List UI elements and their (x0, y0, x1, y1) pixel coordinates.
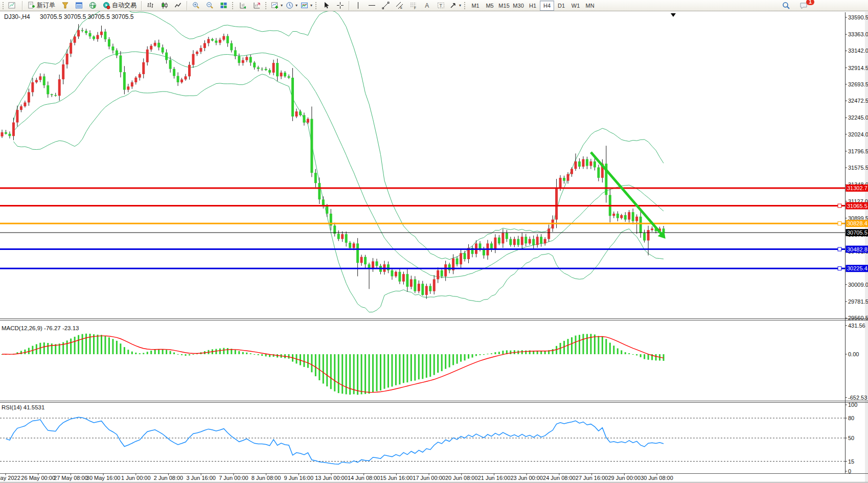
trendline-tool-button[interactable] (379, 0, 393, 11)
line-chart-mode-button[interactable] (171, 0, 185, 11)
hline-handle[interactable] (838, 222, 841, 225)
macd-histogram-bar (254, 354, 255, 355)
toolbar-right-icons: 1 (779, 1, 811, 11)
timeframe-button-m5[interactable]: M5 (483, 1, 497, 11)
candle-body (288, 76, 290, 78)
zoom-in-icon (192, 2, 200, 9)
candle-body (456, 259, 459, 265)
candle-body (349, 243, 351, 248)
candle-body (620, 215, 623, 218)
candle-body (74, 36, 76, 42)
search-button[interactable] (779, 1, 793, 11)
candle-body (395, 272, 397, 277)
macd-histogram-bar (429, 354, 431, 377)
trend-arrow-line[interactable] (591, 152, 662, 235)
macd-histogram-bar (330, 354, 332, 389)
top-toolbar: 新订单 自动交易 ▾ ▾ (0, 0, 868, 11)
navigator-button[interactable] (86, 0, 100, 11)
zoom-in-button[interactable] (189, 0, 203, 11)
timeframe-button-m30[interactable]: M30 (511, 1, 526, 11)
candle-body (265, 69, 267, 70)
zoom-out-button[interactable] (203, 0, 217, 11)
timeframe-button-mn[interactable]: MN (583, 1, 597, 11)
chat-button[interactable]: 1 (797, 1, 811, 11)
macd-histogram-bar (369, 354, 370, 394)
new-order-button[interactable]: 新订单 (25, 0, 58, 11)
channel-tool-button[interactable]: E (393, 0, 406, 11)
timeframe-button-d1[interactable]: D1 (554, 1, 568, 11)
macd-histogram-bar (449, 354, 450, 367)
macd-histogram-bar (460, 354, 462, 362)
cursor-tool-button[interactable] (319, 0, 333, 11)
candlestick-mode-button[interactable] (157, 0, 171, 11)
candle-body (192, 54, 195, 65)
candle-body (245, 57, 248, 60)
candle-body (547, 228, 550, 239)
date-label: 7 Jun 00:00 (219, 475, 248, 481)
crosshair-tool-button[interactable] (333, 0, 347, 11)
vertical-line-tool-button[interactable] (351, 0, 365, 11)
candle-body (544, 239, 546, 244)
toolbar-grip[interactable] (232, 2, 235, 9)
candle-body (529, 239, 531, 244)
macd-histogram-bar (223, 348, 224, 354)
candle-body (307, 119, 309, 123)
timeframe-button-h1[interactable]: H1 (526, 1, 540, 11)
macd-histogram-bar (258, 354, 259, 355)
price-tick-label: 32914.5 (848, 65, 868, 71)
macd-histogram-bar (108, 337, 110, 354)
bar-chart-mode-button[interactable] (144, 0, 157, 11)
macd-histogram-bar (127, 350, 129, 354)
auto-scroll-button[interactable] (236, 0, 250, 11)
candle-body (310, 119, 313, 173)
separator (187, 1, 188, 10)
label-tool-button[interactable]: T (434, 0, 448, 11)
market-watch-button[interactable] (58, 0, 72, 11)
chart-shift-marker (671, 13, 676, 17)
hline-handle[interactable] (838, 267, 841, 270)
chart-shift-button[interactable] (250, 0, 264, 11)
date-label: 21 Jun 16:00 (478, 475, 511, 481)
candle-body (597, 167, 600, 177)
hline-handle[interactable] (838, 247, 841, 251)
timeframe-button-m1[interactable]: M1 (468, 1, 483, 11)
candle-body (97, 35, 99, 39)
macd-histogram-bar (410, 354, 412, 381)
toolbar-grip[interactable] (464, 2, 467, 9)
toolbar-grip[interactable] (315, 2, 318, 9)
timeframe-button-h4[interactable]: H4 (540, 1, 554, 11)
periods-button[interactable]: ▾ (284, 0, 299, 11)
toolbar-grip[interactable] (265, 2, 268, 9)
indicators-button[interactable]: ▾ (269, 0, 284, 11)
macd-histogram-bar (185, 354, 187, 356)
candle-body (249, 57, 252, 62)
hline-handle[interactable] (838, 204, 841, 208)
horizontal-line-tool-button[interactable] (365, 0, 379, 11)
chart-canvas[interactable]: 33590.533363.033142.032914.532693.532472… (0, 0, 868, 483)
arrows-tool-button[interactable]: ▾ (448, 0, 463, 11)
toolbar-grip[interactable] (3, 2, 5, 9)
rsi-pane (0, 417, 845, 464)
macd-histogram-bar (594, 334, 596, 354)
tile-windows-button[interactable] (217, 0, 231, 11)
data-window-button[interactable] (72, 0, 86, 11)
clipped-chart-icon[interactable] (7, 0, 20, 11)
macd-histogram-bar (28, 348, 30, 354)
current-price-label: 30705.5 (847, 229, 867, 236)
timeframe-button-w1[interactable]: W1 (568, 1, 583, 11)
fibonacci-tool-button[interactable]: F (406, 0, 420, 11)
candle-body (517, 239, 519, 245)
level-price-label: 30828.4 (847, 220, 867, 226)
candle-body (635, 217, 638, 221)
candle-body (139, 74, 141, 78)
price-tick-label: 33363.0 (848, 31, 868, 37)
candle-body (398, 272, 401, 282)
templates-button[interactable]: ▾ (299, 0, 314, 11)
timeframe-button-m15[interactable]: M15 (497, 1, 511, 11)
macd-histogram-bar (82, 334, 83, 354)
macd-histogram-bar (621, 350, 622, 354)
candle-body (337, 234, 340, 239)
text-tool-button[interactable]: A (420, 0, 434, 11)
algo-trading-button[interactable]: 自动交易 (100, 0, 140, 11)
text-label-icon: T (437, 2, 445, 9)
